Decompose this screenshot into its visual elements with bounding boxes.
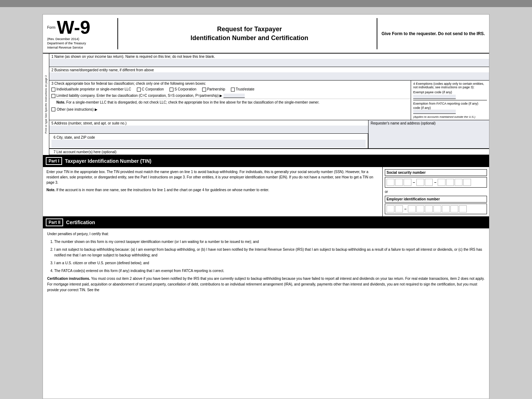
part1-note: Note. If the account is in more than one…	[46, 187, 379, 193]
requester-block: Requester's name and address (optional)	[368, 120, 489, 148]
checkbox-grid: Individual/sole proprietor or single-mem…	[49, 86, 411, 93]
ssn-cell-4[interactable]	[416, 179, 424, 186]
part2-item3: I am a U.S. citizen or other U.S. person…	[54, 260, 485, 266]
checkbox-trust-label: Trust/estate	[236, 87, 254, 91]
checkbox-ccorp-label: C Corporation	[142, 87, 164, 91]
fatca-label: Exemption from FATCA reporting code (if …	[413, 102, 487, 105]
form-title-line1: Request for Taxpayer	[190, 25, 308, 34]
ein-cell-7[interactable]	[442, 205, 450, 212]
checkbox-ccorp-box[interactable]	[137, 88, 141, 92]
fatca-code-label: code (if any)	[413, 106, 487, 110]
part1-title: Taxpayer Identification Number (TIN)	[65, 158, 151, 164]
checkbox-partnership-box[interactable]	[202, 88, 206, 92]
part2-header: Part II Certification	[43, 217, 489, 228]
form-irs: Internal Revenue Service	[47, 46, 113, 49]
ein-boxes: –	[385, 204, 487, 214]
form-fields: 1 Name (as shown on your income tax retu…	[49, 54, 489, 155]
part2-item1: The number shown on this form is my corr…	[54, 239, 485, 245]
field2-label: 2 Business name/disregarded entity name,…	[49, 67, 489, 72]
part1-right: Social security number – – or Employer i…	[383, 167, 489, 216]
checkbox-llc-box[interactable]	[51, 94, 55, 98]
ssn-cell-7[interactable]	[446, 179, 454, 186]
checkbox-individual-box[interactable]	[51, 88, 55, 92]
exemptions-divider	[413, 100, 487, 100]
checkbox-partnership: Partnership	[202, 87, 225, 92]
field6-label: 6 City, state, and ZIP code	[51, 134, 366, 140]
field5-input[interactable]	[49, 126, 368, 133]
or-text: or	[385, 189, 487, 194]
fatca-input[interactable]	[413, 110, 456, 114]
ssn-cell-5[interactable]	[425, 179, 433, 186]
field3-left: 3 Check appropriate box for federal tax …	[49, 81, 411, 120]
ein-cell-1[interactable]	[387, 205, 394, 212]
llc-input[interactable]	[223, 94, 245, 98]
part2-cert: Certification instructions. You must cro…	[47, 276, 485, 293]
part2-item4: The FATCA code(s) entered on this form (…	[54, 268, 485, 274]
part1-header: Part I Taxpayer Identification Number (T…	[43, 155, 489, 167]
sidebar-text: Print or type See Specific Instructions …	[45, 75, 47, 133]
ssn-cell-8[interactable]	[455, 179, 462, 186]
form-rev-date: (Rev. December 2014)	[47, 37, 113, 41]
address-left: 5 Address (number, street, and apt. or s…	[49, 120, 368, 148]
part2-under-text: Under penalties of perjury, I certify th…	[47, 231, 485, 237]
checkbox-trust-box[interactable]	[231, 88, 235, 92]
ein-dash: –	[404, 207, 407, 211]
form-title: Request for Taxpayer Identification Numb…	[190, 25, 308, 43]
form-dept: Department of the Treasury	[47, 41, 113, 45]
checkbox-scorp: S Corporation	[170, 87, 196, 92]
ein-label: Employer identification number	[385, 196, 487, 203]
llc-row: Limited liability company. Enter the tax…	[49, 93, 411, 99]
exemptions-block: 4 Exemptions (codes apply only to certai…	[411, 81, 489, 120]
form-body: Print or type See Specific Instructions …	[43, 54, 489, 155]
ssn-cell-9[interactable]	[463, 179, 471, 186]
field6-row: 6 City, state, and ZIP code	[49, 133, 368, 148]
field6-input[interactable]	[51, 140, 366, 148]
ein-cell-5[interactable]	[425, 205, 433, 212]
form-header: Form W-9 (Rev. December 2014) Department…	[43, 15, 489, 54]
part2-title: Certification	[66, 220, 95, 225]
ein-cell-9[interactable]	[459, 205, 467, 212]
field5-label: 5 Address (number, street, and apt. or s…	[49, 120, 368, 126]
cert-bold: Certification instructions.	[47, 277, 90, 281]
ein-cell-4[interactable]	[416, 205, 424, 212]
part1-label: Part I	[46, 157, 62, 165]
part1-note-bold: Note.	[46, 188, 55, 192]
field1-label: 1 Name (as shown on your income tax retu…	[49, 54, 489, 59]
part1-note-text: If the account is in more than one name,…	[56, 188, 269, 192]
note-row: Note. For a single-member LLC that is di…	[49, 99, 411, 106]
field6-inner: 6 City, state, and ZIP code	[49, 134, 368, 148]
exempt-payee-input[interactable]	[413, 95, 456, 99]
note-text: For a single-member LLC that is disregar…	[66, 100, 320, 104]
field3-label: 3 Check appropriate box for federal tax …	[49, 81, 411, 86]
fatca-note: (Applies to accounts maintained outside …	[413, 115, 487, 118]
part2-body: Under penalties of perjury, I certify th…	[43, 228, 489, 298]
part1-text-block: Enter your TIN in the appropriate box. T…	[43, 167, 383, 216]
checkbox-ccorp: C Corporation	[137, 87, 164, 92]
ssn-cell-1[interactable]	[387, 179, 394, 186]
checkbox-other-box[interactable]	[51, 107, 55, 111]
checkbox-partnership-label: Partnership	[207, 87, 225, 91]
checkbox-trust: Trust/estate	[231, 87, 254, 92]
ssn-dash-1: –	[412, 180, 416, 184]
address-section: 5 Address (number, street, and apt. or s…	[49, 120, 489, 149]
ssn-label: Social security number	[385, 169, 487, 176]
ein-cell-2[interactable]	[395, 205, 403, 212]
other-label: Other (see instructions) ▶	[57, 107, 98, 111]
ssn-cell-3[interactable]	[404, 179, 411, 186]
form-number: W-9	[57, 18, 90, 37]
part2-label: Part II	[46, 218, 63, 226]
form-w9-label: Form W-9	[47, 18, 113, 37]
field2-input[interactable]	[49, 72, 489, 80]
field1-input[interactable]	[49, 59, 489, 67]
field3-exemptions-row: 3 Check appropriate box for federal tax …	[49, 81, 489, 120]
ein-cell-3[interactable]	[408, 205, 416, 212]
checkbox-scorp-box[interactable]	[170, 88, 173, 92]
field2-row: 2 Business name/disregarded entity name,…	[49, 67, 489, 81]
ssn-cell-6[interactable]	[438, 179, 445, 186]
ein-cell-8[interactable]	[450, 205, 458, 212]
document: Form W-9 (Rev. December 2014) Department…	[43, 14, 489, 399]
ssn-cell-2[interactable]	[395, 179, 403, 186]
ein-cell-6[interactable]	[433, 205, 441, 212]
sidebar-label: Print or type See Specific Instructions …	[43, 54, 49, 155]
exemptions-label: 4 Exemptions (codes apply only to certai…	[413, 82, 487, 89]
